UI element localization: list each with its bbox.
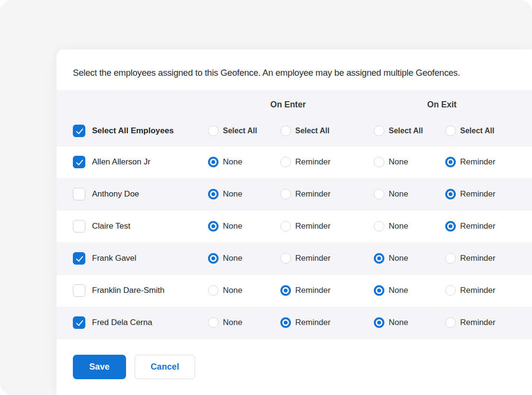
employee-checkbox[interactable] bbox=[73, 188, 85, 200]
employee-checkbox[interactable] bbox=[73, 316, 85, 329]
on-exit-reminder-radio[interactable] bbox=[445, 221, 456, 232]
employee-rows: Allen Allerson Jr None Reminder None Rem… bbox=[57, 146, 532, 339]
employee-row: Franklin Dare-Smith None Reminder None R… bbox=[57, 275, 532, 307]
cancel-button[interactable]: Cancel bbox=[135, 355, 195, 379]
on-exit-reminder-label: Reminder bbox=[460, 286, 496, 295]
on-enter-reminder-radio[interactable] bbox=[280, 189, 291, 199]
on-enter-reminder-label: Reminder bbox=[295, 318, 331, 327]
on-exit-none-radio[interactable] bbox=[374, 285, 384, 296]
on-enter-reminder-radio[interactable] bbox=[280, 221, 291, 232]
employee-row: Frank Gavel None Reminder None Reminder bbox=[57, 243, 532, 275]
on-exit-reminder-label: Reminder bbox=[460, 157, 496, 167]
employee-checkbox[interactable] bbox=[73, 220, 85, 232]
instructions-text: Select the employees assigned to this Ge… bbox=[57, 49, 532, 90]
on-enter-none-radio[interactable] bbox=[208, 285, 219, 296]
table-header-band: On Enter On Exit Select All Employees Se… bbox=[57, 90, 532, 146]
employee-name: Anthony Doe bbox=[92, 189, 139, 199]
on-enter-none-label: None bbox=[223, 286, 243, 295]
on-exit-none-label: None bbox=[389, 318, 408, 327]
on-enter-reminder-label: Reminder bbox=[295, 189, 331, 199]
on-enter-reminder-radio[interactable] bbox=[280, 157, 291, 167]
on-exit-none-radio[interactable] bbox=[374, 189, 384, 199]
on-exit-none-select-all-label: Select All bbox=[389, 127, 423, 135]
on-exit-reminder-radio[interactable] bbox=[445, 189, 456, 199]
on-exit-reminder-label: Reminder bbox=[460, 318, 496, 327]
on-enter-none-radio[interactable] bbox=[208, 253, 219, 264]
on-exit-none-label: None bbox=[389, 286, 408, 295]
on-exit-reminder-select-all-label: Select All bbox=[460, 127, 494, 135]
column-group-headers: On Enter On Exit bbox=[57, 90, 532, 116]
employee-checkbox[interactable] bbox=[73, 156, 85, 168]
employee-name: Claire Test bbox=[92, 221, 130, 231]
employee-row: Anthony Doe None Reminder None Reminder bbox=[57, 178, 532, 210]
employee-name: Allen Allerson Jr bbox=[92, 157, 150, 167]
select-all-row: Select All Employees Select All Select A… bbox=[57, 116, 532, 146]
on-exit-reminder-radio[interactable] bbox=[445, 253, 456, 264]
employee-row: Claire Test None Reminder None Reminder bbox=[57, 210, 532, 243]
on-enter-none-select-all-label: Select All bbox=[223, 127, 257, 135]
on-enter-none-radio[interactable] bbox=[208, 189, 219, 199]
on-exit-none-select-all-radio[interactable] bbox=[374, 126, 384, 136]
on-exit-reminder-radio[interactable] bbox=[445, 285, 456, 296]
geofence-assignment-page: Select the employees assigned to this Ge… bbox=[0, 0, 532, 395]
on-enter-none-radio[interactable] bbox=[208, 317, 219, 328]
on-enter-none-radio[interactable] bbox=[208, 157, 219, 167]
employee-checkbox[interactable] bbox=[73, 252, 85, 265]
on-exit-reminder-select-all-radio[interactable] bbox=[445, 126, 456, 136]
on-exit-column-header: On Exit bbox=[374, 100, 532, 110]
on-enter-none-label: None bbox=[223, 157, 243, 167]
on-enter-reminder-radio[interactable] bbox=[280, 317, 291, 328]
on-enter-none-radio[interactable] bbox=[208, 221, 219, 232]
on-exit-none-label: None bbox=[389, 189, 408, 199]
action-buttons: Save Cancel bbox=[57, 339, 532, 379]
on-exit-none-radio[interactable] bbox=[374, 157, 384, 167]
on-enter-reminder-label: Reminder bbox=[295, 157, 331, 167]
on-exit-reminder-label: Reminder bbox=[460, 254, 496, 263]
on-exit-reminder-radio[interactable] bbox=[445, 157, 456, 167]
on-exit-reminder-radio[interactable] bbox=[445, 317, 456, 328]
on-enter-reminder-select-all-radio[interactable] bbox=[280, 126, 291, 136]
employee-checkbox[interactable] bbox=[73, 284, 85, 297]
select-all-employees-checkbox[interactable] bbox=[73, 125, 85, 137]
select-all-employees-label: Select All Employees bbox=[92, 126, 173, 136]
on-exit-none-label: None bbox=[389, 254, 408, 263]
on-enter-none-label: None bbox=[223, 318, 243, 327]
on-exit-none-label: None bbox=[389, 221, 408, 231]
on-enter-reminder-select-all-label: Select All bbox=[295, 127, 329, 135]
on-exit-none-label: None bbox=[389, 157, 408, 167]
employee-row: Allen Allerson Jr None Reminder None Rem… bbox=[57, 146, 532, 178]
on-enter-reminder-radio[interactable] bbox=[280, 253, 291, 264]
on-enter-none-select-all-radio[interactable] bbox=[208, 126, 219, 136]
on-enter-none-label: None bbox=[223, 254, 243, 263]
on-enter-reminder-label: Reminder bbox=[295, 254, 331, 263]
on-exit-none-radio[interactable] bbox=[374, 221, 384, 232]
employee-name: Frank Gavel bbox=[92, 254, 137, 263]
on-enter-reminder-label: Reminder bbox=[295, 221, 331, 231]
employee-name: Fred Dela Cerna bbox=[92, 318, 152, 327]
on-enter-reminder-label: Reminder bbox=[295, 286, 331, 295]
employee-name: Franklin Dare-Smith bbox=[92, 286, 164, 295]
on-enter-none-label: None bbox=[223, 221, 243, 231]
save-button[interactable]: Save bbox=[73, 355, 126, 379]
on-enter-column-header: On Enter bbox=[208, 100, 374, 110]
on-enter-none-label: None bbox=[223, 189, 243, 199]
on-exit-none-radio[interactable] bbox=[374, 253, 384, 264]
on-exit-reminder-label: Reminder bbox=[460, 189, 496, 199]
on-exit-reminder-label: Reminder bbox=[460, 221, 496, 231]
employee-assignment-card: Select the employees assigned to this Ge… bbox=[57, 49, 532, 395]
employee-row: Fred Dela Cerna None Reminder None Remin… bbox=[57, 307, 532, 339]
on-enter-reminder-radio[interactable] bbox=[280, 285, 291, 296]
on-exit-none-radio[interactable] bbox=[374, 317, 384, 328]
